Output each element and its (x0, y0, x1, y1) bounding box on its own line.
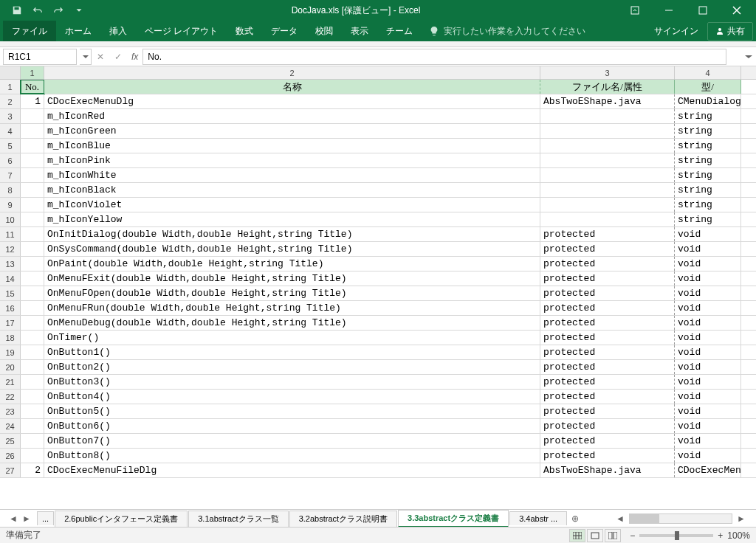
add-sheet-button[interactable]: ⊕ (568, 513, 583, 524)
cell[interactable]: OnMenuFOpen(double Width,double Height,s… (44, 286, 540, 300)
cell[interactable] (540, 198, 675, 212)
maximize-button[interactable] (687, 0, 719, 21)
cell[interactable] (21, 183, 44, 197)
row-header[interactable]: 1 (0, 80, 21, 94)
cell[interactable]: protected (540, 286, 675, 300)
row-header[interactable]: 26 (0, 449, 21, 463)
cell[interactable]: m_hIconViolet (44, 198, 540, 212)
cell[interactable] (540, 139, 675, 153)
cell[interactable]: m_hIconBlue (44, 139, 540, 153)
zoom-in-button[interactable]: + (718, 530, 723, 541)
tab-layout[interactable]: ページ レイアウト (136, 21, 227, 41)
cell[interactable]: void (675, 404, 741, 418)
row-header[interactable]: 9 (0, 198, 21, 212)
cell[interactable] (21, 272, 44, 286)
cell[interactable]: No. (21, 80, 44, 94)
cell[interactable]: protected (540, 434, 675, 448)
cell[interactable]: void (675, 227, 741, 241)
cell[interactable]: protected (540, 404, 675, 418)
cell[interactable] (540, 124, 675, 138)
cell[interactable]: void (675, 345, 741, 359)
cell[interactable]: OnButton3() (44, 375, 540, 389)
view-normal-button[interactable] (569, 529, 585, 542)
row-header[interactable]: 21 (0, 375, 21, 389)
cell[interactable]: void (675, 360, 741, 374)
cell[interactable] (540, 168, 675, 182)
signin-button[interactable]: サインイン (645, 25, 707, 38)
cell[interactable]: OnPaint(double Width,double Height,strin… (44, 257, 540, 271)
row-header[interactable]: 22 (0, 390, 21, 404)
cell[interactable]: protected (540, 257, 675, 271)
cell[interactable]: string (675, 212, 741, 226)
row-header[interactable]: 19 (0, 345, 21, 359)
cell[interactable]: void (675, 375, 741, 389)
row-header[interactable]: 17 (0, 316, 21, 330)
cell[interactable]: OnButton1() (44, 345, 540, 359)
cell[interactable]: AbsTwoEShape.java (540, 463, 675, 477)
row-header[interactable]: 6 (0, 153, 21, 167)
row-header[interactable]: 3 (0, 109, 21, 123)
cell[interactable] (21, 212, 44, 226)
redo-button[interactable] (50, 2, 66, 18)
cell[interactable]: 1 (21, 94, 44, 108)
cell[interactable] (21, 153, 44, 167)
cell[interactable]: string (675, 198, 741, 212)
sheet-tab-2[interactable]: 3.1abstractクラス一覧 (188, 511, 288, 527)
cell[interactable]: m_hIconWhite (44, 168, 540, 182)
hscroll-left[interactable]: ◄ (614, 513, 626, 525)
cell[interactable]: protected (540, 301, 675, 315)
cell[interactable]: protected (540, 242, 675, 256)
cell[interactable] (21, 434, 44, 448)
row-header[interactable]: 24 (0, 419, 21, 433)
cell[interactable]: protected (540, 272, 675, 286)
cell[interactable] (540, 212, 675, 226)
cell[interactable]: void (675, 390, 741, 404)
hscroll-right[interactable]: ► (735, 513, 747, 525)
cell[interactable]: CDocExecMen (675, 463, 741, 477)
cell[interactable]: OnMenuDebug(double Width,double Height,s… (44, 316, 540, 330)
col-header-3[interactable]: 3 (540, 66, 675, 79)
view-pagebreak-button[interactable] (605, 529, 621, 542)
row-header[interactable]: 13 (0, 257, 21, 271)
cell[interactable]: m_hIconYellow (44, 212, 540, 226)
cell[interactable] (21, 316, 44, 330)
cell[interactable]: void (675, 301, 741, 315)
cell[interactable]: CDocExecMenuFileDlg (44, 463, 540, 477)
formula-expand[interactable] (741, 53, 756, 60)
cell[interactable]: m_hIconPink (44, 153, 540, 167)
cell[interactable] (21, 419, 44, 433)
cell[interactable]: protected (540, 390, 675, 404)
cell[interactable]: protected (540, 331, 675, 345)
cell[interactable]: OnButton6() (44, 419, 540, 433)
cell[interactable]: OnInitDialog(double Width,double Height,… (44, 227, 540, 241)
row-header[interactable]: 4 (0, 124, 21, 138)
cell[interactable]: m_hIconGreen (44, 124, 540, 138)
sheet-tab-active[interactable]: 3.3abstractクラス定義書 (398, 510, 509, 528)
cell[interactable]: protected (540, 419, 675, 433)
name-box-dropdown[interactable] (80, 49, 92, 65)
cell[interactable] (21, 139, 44, 153)
tab-insert[interactable]: 挿入 (100, 21, 136, 41)
cell[interactable]: OnButton4() (44, 390, 540, 404)
cell[interactable] (21, 360, 44, 374)
tab-data[interactable]: データ (262, 21, 306, 41)
cell[interactable]: void (675, 419, 741, 433)
cancel-formula-button[interactable]: ✕ (92, 49, 109, 65)
cell[interactable]: string (675, 109, 741, 123)
col-header-4[interactable]: 4 (675, 66, 741, 79)
row-header[interactable]: 14 (0, 272, 21, 286)
cell[interactable]: CMenuDialog (675, 94, 741, 108)
row-header[interactable]: 18 (0, 331, 21, 345)
cell[interactable] (540, 183, 675, 197)
sheet-tab-3[interactable]: 3.2abstractクラス説明書 (289, 511, 397, 527)
cell[interactable] (21, 390, 44, 404)
cell[interactable] (21, 331, 44, 345)
sheet-tab-5[interactable]: 3.4abstr ... (509, 511, 567, 525)
cell[interactable]: void (675, 286, 741, 300)
undo-button[interactable] (30, 2, 46, 18)
zoom-out-button[interactable]: − (630, 530, 635, 541)
cell[interactable]: void (675, 434, 741, 448)
cell[interactable] (21, 227, 44, 241)
cell[interactable]: void (675, 242, 741, 256)
cell[interactable] (540, 109, 675, 123)
